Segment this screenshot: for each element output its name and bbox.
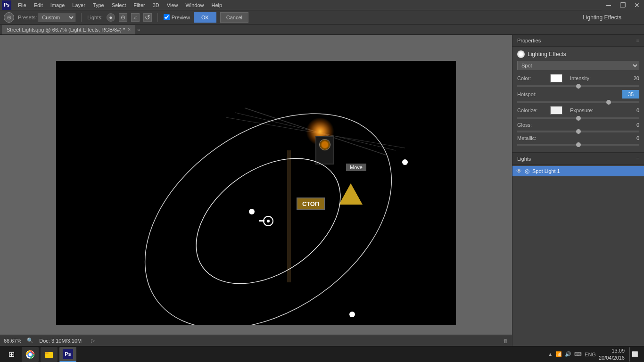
street-scene: СТОП: [56, 61, 456, 325]
stop-sign: СТОП: [297, 197, 325, 210]
trash-icon[interactable]: 🗑: [503, 338, 508, 344]
menu-file[interactable]: File: [14, 1, 30, 9]
network-icon: 📶: [555, 351, 562, 357]
color-swatch[interactable]: [550, 74, 562, 82]
taskbar-app-explorer[interactable]: [41, 347, 58, 362]
main-area: СТОП: [0, 35, 644, 351]
tab-close-button[interactable]: ×: [128, 27, 131, 32]
explorer-icon: [44, 350, 54, 359]
close-button[interactable]: ✕: [630, 0, 644, 10]
toolbar: ◎ Presets: Custom Lights: ● ⊙ ☼ ↺ Previe…: [0, 10, 644, 25]
clock-time: 13:09: [599, 347, 625, 354]
properties-panel: Properties ≡ Lighting Effects Spot Color…: [512, 35, 644, 351]
intensity-value: 20: [625, 75, 639, 81]
taskbar-right: ▲ 📶 🔊 ⌨ ENG 13:09 20/04/2016 ⬜: [544, 347, 642, 362]
restore-button[interactable]: ❐: [616, 0, 630, 10]
menu-help[interactable]: Help: [208, 1, 226, 9]
hotspot-label: Hotspot:: [517, 91, 550, 97]
metallic-slider[interactable]: [517, 144, 639, 146]
exposure-value: 0: [625, 107, 639, 113]
new-tab-button[interactable]: »: [137, 27, 140, 33]
menu-view[interactable]: View: [163, 1, 182, 9]
status-bar: 66.67% 🔍 Doc: 3.10M/3.10M ▷ 🗑: [0, 335, 512, 346]
intensity-thumb[interactable]: [576, 84, 581, 89]
keyboard-icon: ⌨: [574, 351, 582, 357]
minimize-button[interactable]: ─: [602, 0, 616, 10]
color-label: Color:: [517, 75, 550, 81]
hotspot-slider[interactable]: [517, 101, 639, 103]
language-label: ENG: [585, 352, 596, 357]
presets-dropdown[interactable]: Custom: [38, 13, 75, 22]
menu-type[interactable]: Type: [89, 1, 108, 9]
notification-chevron[interactable]: ▲: [548, 352, 553, 357]
taskbar-app-photoshop[interactable]: Ps: [59, 347, 76, 362]
lights-list: 👁 ◎ Spot Light 1: [512, 165, 644, 177]
cancel-button[interactable]: Cancel: [220, 12, 248, 23]
svg-rect-13: [45, 352, 49, 354]
preview-checkbox[interactable]: [164, 14, 170, 20]
lights-options-icon[interactable]: ≡: [636, 156, 639, 162]
lights-title: Lights: [517, 156, 531, 162]
metallic-label: Metallic:: [517, 135, 550, 141]
tab-filename: Street Lights.jpg @ 66.7% (Light Effects…: [7, 27, 125, 33]
menu-select[interactable]: Select: [108, 1, 130, 9]
lighting-effects-title: Lighting Effects: [528, 51, 566, 58]
metallic-row: Metallic: 0: [517, 135, 639, 141]
taskbar-app-chrome[interactable]: [22, 347, 39, 362]
start-button[interactable]: ⊞: [2, 346, 21, 362]
presets-label: Presets:: [18, 15, 37, 20]
chrome-icon: [25, 350, 35, 359]
gloss-thumb[interactable]: [576, 129, 581, 134]
yield-sign: [339, 183, 363, 205]
canvas-image: СТОП: [56, 61, 456, 325]
color-row: Color: Intensity: 20: [517, 74, 639, 82]
zoom-icon: 🔍: [27, 337, 33, 344]
hotspot-input[interactable]: [622, 90, 639, 99]
file-tab[interactable]: Street Lights.jpg @ 66.7% (Light Effects…: [2, 25, 135, 34]
menu-filter[interactable]: Filter: [130, 1, 149, 9]
canvas-area[interactable]: СТОП: [0, 35, 512, 351]
spot-type-row: Spot: [517, 61, 639, 70]
ok-button[interactable]: OK: [194, 12, 216, 23]
move-tooltip: Move: [346, 164, 366, 171]
add-infinite-light-button[interactable]: ☼: [131, 13, 140, 22]
menu-image[interactable]: Image: [47, 1, 69, 9]
exposure-slider[interactable]: [517, 117, 639, 119]
menu-layer[interactable]: Layer: [68, 1, 89, 9]
colorize-label: Colorize:: [517, 107, 550, 113]
hotspot-thumb[interactable]: [606, 100, 611, 105]
properties-header: Properties ≡: [512, 35, 644, 47]
light-name: Spot Light 1: [532, 168, 560, 174]
exposure-thumb[interactable]: [576, 116, 581, 121]
lights-section-header: Lights ≡: [512, 153, 644, 165]
reset-light-button[interactable]: ↺: [143, 13, 152, 22]
preview-label: Preview: [172, 15, 190, 20]
intensity-slider[interactable]: [517, 85, 639, 87]
menu-edit[interactable]: Edit: [30, 1, 47, 9]
gloss-slider[interactable]: [517, 131, 639, 132]
show-desktop-icon[interactable]: ⬜: [629, 347, 638, 362]
tab-bar: Street Lights.jpg @ 66.7% (Light Effects…: [0, 25, 644, 35]
metallic-value: 0: [625, 135, 639, 141]
metallic-thumb[interactable]: [576, 142, 581, 147]
app-icon: Ps: [2, 0, 11, 10]
light-type-dropdown[interactable]: Spot: [517, 61, 639, 70]
preset-select-group: Presets: Custom: [18, 13, 75, 22]
add-point-light-button[interactable]: ●: [107, 13, 115, 22]
canvas-container: СТОП: [56, 61, 456, 325]
colorize-swatch[interactable]: [550, 106, 562, 115]
colorize-row: Colorize: Exposure: 0: [517, 106, 639, 115]
taskbar: ⊞ Ps ▲ 📶 🔊 ⌨ ENG 13:09 20: [0, 346, 644, 362]
taskbar-clock[interactable]: 13:09 20/04/2016: [599, 347, 625, 361]
visibility-toggle[interactable]: 👁: [516, 168, 522, 174]
add-spot-light-button[interactable]: ⊙: [119, 13, 127, 22]
menu-window[interactable]: Window: [182, 1, 207, 9]
list-item[interactable]: 👁 ◎ Spot Light 1: [512, 166, 644, 176]
doc-info: Doc: 3.10M/3.10M: [39, 338, 82, 344]
toolbar-separator-2: [157, 13, 158, 22]
panel-options-icon[interactable]: ≡: [636, 38, 639, 43]
preset-icon[interactable]: ◎: [4, 12, 14, 23]
exposure-label: Exposure:: [570, 107, 603, 113]
lighting-effects-icon: [517, 50, 525, 58]
menu-3d[interactable]: 3D: [149, 1, 163, 9]
